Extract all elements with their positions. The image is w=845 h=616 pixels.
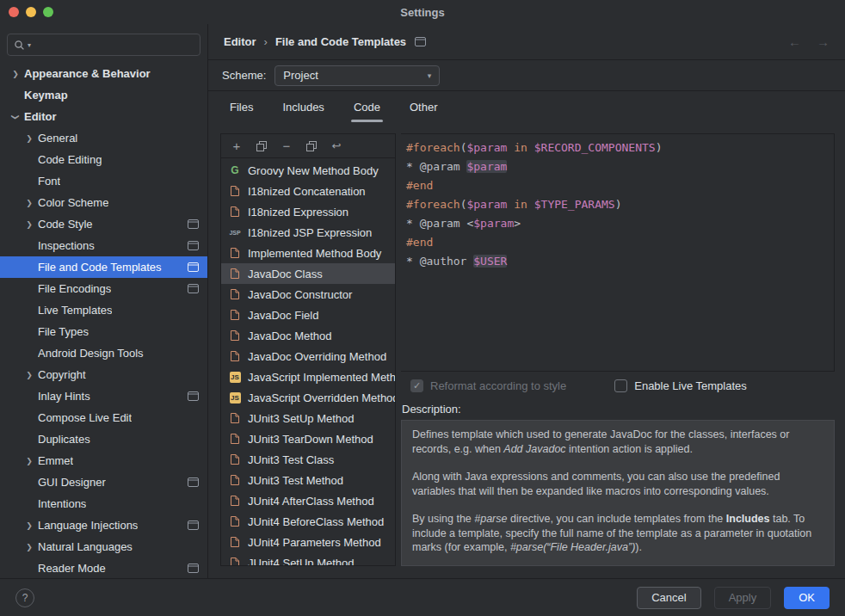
sidebar-item-file-types[interactable]: File Types xyxy=(0,321,207,342)
template-label: JUnit4 AfterClass Method xyxy=(248,495,374,508)
sidebar-item-copyright[interactable]: ❯Copyright xyxy=(0,364,207,385)
footer: ? CancelApplyOK xyxy=(0,578,845,616)
template-groovy-new-method-body[interactable]: GGroovy New Method Body xyxy=(221,160,395,181)
apply-button[interactable]: Apply xyxy=(714,587,772,609)
monitor-icon xyxy=(188,262,199,272)
template-label: JUnit3 Test Class xyxy=(248,453,334,466)
sidebar-item-natural-languages[interactable]: ❯Natural Languages xyxy=(0,536,207,557)
checkbox-checked-icon: ✓ xyxy=(410,379,423,392)
template-label: Groovy New Method Body xyxy=(248,164,379,177)
template-i18nized-expression[interactable]: I18nized Expression xyxy=(221,201,395,222)
template-junit4-afterclass-method[interactable]: JUnit4 AfterClass Method xyxy=(221,490,395,511)
file-template-icon xyxy=(230,206,240,218)
scheme-select[interactable]: Project ▾ xyxy=(274,65,440,86)
sidebar-item-label: General xyxy=(38,132,77,145)
template-implemented-method-body[interactable]: Implemented Method Body xyxy=(221,243,395,263)
template-javadoc-method[interactable]: JavaDoc Method xyxy=(221,325,395,346)
reset-icon[interactable]: ↩ xyxy=(330,140,342,152)
template-javadoc-class[interactable]: JavaDoc Class xyxy=(221,263,395,284)
sidebar-item-code-style[interactable]: ❯Code Style xyxy=(0,213,207,235)
template-editor[interactable]: #foreach($param in $RECORD_COMPONENTS) *… xyxy=(401,133,835,372)
sidebar-item-file-and-code-templates[interactable]: File and Code Templates xyxy=(0,256,207,278)
monitor-icon xyxy=(188,284,199,293)
tab-files[interactable]: Files xyxy=(227,101,256,122)
template-javascript-implemented-method-body[interactable]: JSJavaScript Implemented Method Body xyxy=(221,367,395,387)
template-junit3-teardown-method[interactable]: JUnit3 TearDown Method xyxy=(221,428,395,449)
file-template-icon xyxy=(230,309,240,321)
sidebar-item-file-encodings[interactable]: File Encodings xyxy=(0,278,207,299)
template-javascript-overridden-method-body[interactable]: JSJavaScript Overridden Method Body xyxy=(221,387,395,408)
file-template-icon xyxy=(230,412,240,424)
template-i18nized-concatenation[interactable]: I18nized Concatenation xyxy=(221,181,395,201)
sidebar-item-label: Emmet xyxy=(38,454,73,467)
template-label: I18nized JSP Expression xyxy=(248,226,372,239)
file-template-icon xyxy=(230,474,240,486)
sidebar-item-label: Inspections xyxy=(38,239,95,252)
template-label: JUnit4 BeforeClass Method xyxy=(248,515,384,528)
sidebar-item-reader-mode[interactable]: Reader Mode xyxy=(0,557,207,578)
monitor-icon xyxy=(188,219,199,229)
template-label: JavaScript Overridden Method Body xyxy=(248,391,395,404)
scheme-label: Scheme: xyxy=(222,69,266,82)
cancel-button[interactable]: Cancel xyxy=(637,587,700,609)
sidebar-item-intentions[interactable]: Intentions xyxy=(0,493,207,514)
template-junit3-setup-method[interactable]: JUnit3 SetUp Method xyxy=(221,408,395,428)
template-javadoc-constructor[interactable]: JavaDoc Constructor xyxy=(221,284,395,305)
sidebar-item-label: Keymap xyxy=(24,89,68,102)
search-input[interactable] xyxy=(34,39,194,52)
sidebar-item-general[interactable]: ❯General xyxy=(0,127,207,149)
chevron-right-icon: ❯ xyxy=(21,220,38,229)
file-template-icon xyxy=(230,557,240,565)
close-button[interactable] xyxy=(9,7,19,17)
chevron-right-icon: ❯ xyxy=(21,134,38,143)
sidebar-item-gui-designer[interactable]: GUI Designer xyxy=(0,471,207,493)
search-field[interactable]: ▾ xyxy=(7,34,200,56)
sidebar-item-inlay-hints[interactable]: Inlay Hints xyxy=(0,385,207,407)
sidebar-item-emmet[interactable]: ❯Emmet xyxy=(0,450,207,471)
sidebar-item-language-injections[interactable]: ❯Language Injections xyxy=(0,514,207,536)
template-junit4-beforeclass-method[interactable]: JUnit4 BeforeClass Method xyxy=(221,511,395,532)
template-i18nized-jsp-expression[interactable]: JSPI18nized JSP Expression xyxy=(221,222,395,243)
add-icon[interactable]: + xyxy=(231,140,243,152)
code-line: * @author $USER xyxy=(406,252,829,271)
sidebar-item-color-scheme[interactable]: ❯Color Scheme xyxy=(0,192,207,213)
sidebar-item-label: Appearance & Behavior xyxy=(24,67,151,80)
breadcrumb-editor[interactable]: Editor xyxy=(224,35,256,48)
sidebar-item-live-templates[interactable]: Live Templates xyxy=(0,299,207,321)
sidebar-item-inspections[interactable]: Inspections xyxy=(0,235,207,256)
minimize-button[interactable] xyxy=(26,7,36,17)
file-template-icon xyxy=(230,515,240,527)
sidebar-item-duplicates[interactable]: Duplicates xyxy=(0,428,207,450)
template-junit4-setup-method[interactable]: JUnit4 SetUp Method xyxy=(221,552,395,565)
zoom-button[interactable] xyxy=(43,7,53,17)
duplicate-icon[interactable] xyxy=(256,140,268,152)
sidebar-item-compose-live-edit[interactable]: Compose Live Edit xyxy=(0,407,207,428)
template-label: JUnit3 TearDown Method xyxy=(248,433,373,446)
ok-button[interactable]: OK xyxy=(784,587,830,609)
enable-live-templates-checkbox[interactable]: Enable Live Templates xyxy=(614,379,747,392)
template-junit3-test-class[interactable]: JUnit3 Test Class xyxy=(221,449,395,470)
sidebar-item-appearance-behavior[interactable]: ❯Appearance & Behavior xyxy=(0,63,207,84)
monitor-icon xyxy=(188,477,199,487)
copy-icon[interactable] xyxy=(305,140,318,152)
sidebar-item-android-design-tools[interactable]: Android Design Tools xyxy=(0,342,207,364)
template-junit3-test-method[interactable]: JUnit3 Test Method xyxy=(221,470,395,490)
search-options-chevron-icon[interactable]: ▾ xyxy=(28,41,31,49)
sidebar-item-keymap[interactable]: Keymap xyxy=(0,84,207,106)
back-button[interactable]: ← xyxy=(788,34,801,49)
sidebar-item-editor[interactable]: ❯Editor xyxy=(0,106,207,127)
tab-other[interactable]: Other xyxy=(407,101,441,122)
forward-button[interactable]: → xyxy=(817,34,830,49)
code-line: #foreach($param in $RECORD_COMPONENTS) xyxy=(406,139,829,157)
template-junit4-parameters-method[interactable]: JUnit4 Parameters Method xyxy=(221,532,395,552)
template-javadoc-overriding-method[interactable]: JavaDoc Overriding Method xyxy=(221,346,395,367)
remove-icon[interactable]: − xyxy=(281,140,293,152)
description-panel[interactable]: Defines template which used to generate … xyxy=(401,420,835,566)
tab-code[interactable]: Code xyxy=(351,101,383,122)
sidebar-item-font[interactable]: Font xyxy=(0,170,207,192)
sidebar-item-code-editing[interactable]: Code Editing xyxy=(0,149,207,170)
tab-includes[interactable]: Includes xyxy=(280,101,326,122)
help-button[interactable]: ? xyxy=(15,588,34,607)
titlebar: Settings xyxy=(0,0,845,24)
template-javadoc-field[interactable]: JavaDoc Field xyxy=(221,305,395,325)
